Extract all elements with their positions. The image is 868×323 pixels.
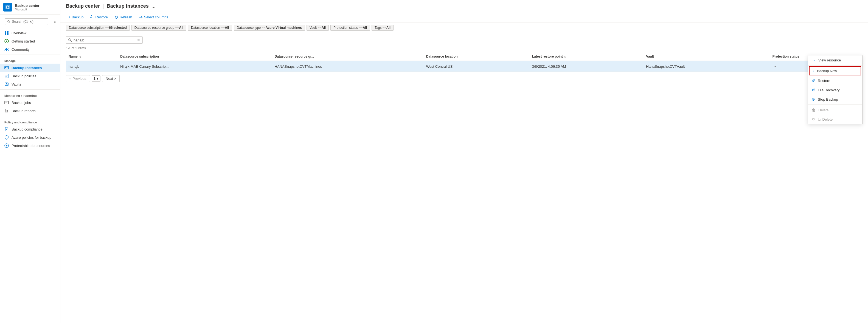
- more-options-button[interactable]: ...: [152, 3, 156, 9]
- sidebar-item-label-backup-jobs: Backup jobs: [11, 101, 31, 105]
- sidebar-item-label-community: Community: [11, 47, 30, 52]
- azure-policies-icon: [4, 135, 9, 139]
- filter-vault[interactable]: Vault == All: [307, 25, 329, 31]
- search-clear-button[interactable]: ✕: [137, 38, 140, 42]
- filter-datasource-resource-group[interactable]: Datasource resource group == All: [131, 25, 186, 31]
- ctx-view-resource[interactable]: → View resource: [808, 55, 862, 65]
- cell-name: hanajb: [66, 61, 118, 72]
- backup-now-icon: ↓: [812, 69, 814, 73]
- filter-datasource-location[interactable]: Datasource location == All: [188, 25, 232, 31]
- content-area: ✕ 1-1 of 1 items Name ↑↓ Datasource subs…: [60, 33, 868, 323]
- ctx-divider-2: [808, 104, 862, 105]
- refresh-label: Refresh: [120, 15, 132, 19]
- breadcrumb-separator: |: [103, 3, 104, 9]
- search-bar-icon: [68, 38, 72, 42]
- sidebar-item-backup-policies[interactable]: Backup policies: [0, 72, 60, 80]
- filter-tags[interactable]: Tags == All: [372, 25, 394, 31]
- select-columns-button[interactable]: Select columns: [136, 14, 171, 21]
- row-more-button[interactable]: ··: [773, 64, 777, 69]
- svg-rect-25: [7, 110, 8, 111]
- svg-rect-3: [5, 31, 6, 33]
- sidebar-item-backup-compliance[interactable]: Backup compliance: [0, 125, 60, 133]
- sidebar-item-label-protectable-datasources: Protectable datasources: [11, 144, 50, 148]
- sidebar-search-input[interactable]: [12, 20, 46, 24]
- main-content: Backup center | Backup instances ... + B…: [60, 0, 868, 323]
- sidebar-item-vaults[interactable]: Vaults: [0, 80, 60, 88]
- sidebar: Backup center Microsoft « Overview Getti…: [0, 0, 60, 323]
- filters-row: Datasource subscription == 66 selected D…: [60, 23, 868, 33]
- sidebar-item-backup-reports[interactable]: Backup reports: [0, 107, 60, 115]
- sidebar-item-backup-instances[interactable]: Backup instances: [0, 64, 60, 72]
- sidebar-item-label-backup-instances: Backup instances: [11, 66, 42, 70]
- col-header-datasource-subscription: Datasource subscription: [118, 52, 272, 61]
- table-search-input[interactable]: [73, 38, 135, 42]
- svg-rect-12: [7, 67, 8, 67]
- ctx-divider-1: [808, 65, 862, 66]
- sidebar-item-azure-policies[interactable]: Azure policies for backup: [0, 133, 60, 141]
- svg-rect-18: [5, 83, 8, 86]
- col-header-name: Name ↑↓: [66, 52, 118, 61]
- file-recovery-icon: ↺: [812, 88, 815, 92]
- col-header-vault: Vault: [643, 52, 770, 61]
- sidebar-item-getting-started[interactable]: Getting started: [0, 37, 60, 45]
- svg-rect-26: [5, 112, 8, 112]
- filter-protection-status[interactable]: Protection status == All: [331, 25, 370, 31]
- backup-button[interactable]: + Backup: [66, 14, 87, 21]
- community-icon: [4, 47, 9, 52]
- sidebar-item-label-getting-started: Getting started: [11, 39, 35, 43]
- table-row[interactable]: hanajb Nirajk-MAB Canary Subscrip... HAN…: [66, 61, 863, 72]
- sort-name-icon[interactable]: ↑↓: [79, 55, 81, 58]
- backup-compliance-icon: [4, 127, 9, 131]
- ctx-backup-now[interactable]: ↓ Backup Now: [809, 66, 861, 75]
- page-title-row: Backup center | Backup instances ...: [66, 3, 863, 9]
- ctx-file-recovery[interactable]: ↺ File Recovery: [808, 85, 862, 95]
- section-policy-label: Policy and compliance: [0, 117, 60, 125]
- svg-rect-4: [7, 31, 8, 33]
- view-resource-icon: →: [812, 58, 815, 62]
- overview-icon: [4, 31, 9, 35]
- filter-datasource-subscription[interactable]: Datasource subscription == 66 selected: [66, 25, 130, 31]
- sidebar-item-backup-jobs[interactable]: Backup jobs: [0, 98, 60, 107]
- ctx-delete[interactable]: 🗑 Delete: [808, 105, 862, 115]
- cell-latest-restore-point: 3/8/2021, 4:06:35 AM: [529, 61, 644, 72]
- sidebar-item-label-backup-compliance: Backup compliance: [11, 127, 42, 131]
- sidebar-item-label-azure-policies: Azure policies for backup: [11, 135, 51, 139]
- sidebar-item-label-backup-reports: Backup reports: [11, 109, 35, 113]
- ctx-stop-backup[interactable]: ⊘ Stop Backup: [808, 95, 862, 104]
- divider-monitoring: [0, 89, 60, 90]
- col-header-datasource-resource-gr: Datasource resource gr...: [272, 52, 424, 61]
- toolbar: + Backup Restore Refresh Select columns: [60, 12, 868, 23]
- filter-datasource-type[interactable]: Datasource type == Azure Virtual machine…: [234, 25, 305, 31]
- getting-started-icon: [4, 39, 9, 43]
- backup-policies-icon: [4, 74, 9, 78]
- ctx-undelete[interactable]: ↺ UnDelete: [808, 115, 862, 124]
- sidebar-item-label-backup-policies: Backup policies: [11, 74, 36, 78]
- restore-button[interactable]: Restore: [88, 14, 111, 21]
- sidebar-item-overview[interactable]: Overview: [0, 29, 60, 37]
- refresh-button[interactable]: Refresh: [112, 14, 135, 21]
- backup-instances-table: Name ↑↓ Datasource subscription Datasour…: [66, 52, 863, 72]
- sidebar-item-community[interactable]: Community: [0, 45, 60, 54]
- previous-button[interactable]: < Previous: [66, 75, 90, 82]
- search-icon: [7, 20, 10, 23]
- svg-line-2: [9, 22, 10, 23]
- sidebar-item-label-vaults: Vaults: [11, 82, 21, 86]
- page-number-select[interactable]: 1 ▾: [92, 75, 100, 82]
- vaults-icon: [4, 82, 9, 86]
- sidebar-item-protectable-datasources[interactable]: Protectable datasources: [0, 141, 60, 150]
- table-header-row: Name ↑↓ Datasource subscription Datasour…: [66, 52, 863, 61]
- col-header-latest-restore-point: Latest restore point ↑↓: [529, 52, 644, 61]
- svg-rect-21: [5, 101, 8, 104]
- next-button[interactable]: Next >: [102, 75, 120, 82]
- svg-point-9: [7, 48, 8, 50]
- ctx-restore[interactable]: ↺ Restore: [808, 76, 862, 85]
- sidebar-item-label-overview: Overview: [11, 31, 26, 35]
- app-subtitle: Microsoft: [15, 8, 39, 11]
- app-icon: [3, 3, 12, 11]
- sort-restore-point-icon[interactable]: ↑↓: [564, 55, 566, 58]
- app-name: Backup center: [15, 4, 39, 8]
- app-title-block: Backup center Microsoft: [15, 4, 39, 11]
- restore-ctx-icon: ↺: [812, 78, 815, 83]
- collapse-button[interactable]: «: [51, 19, 58, 25]
- section-manage-label: Manage: [0, 56, 60, 64]
